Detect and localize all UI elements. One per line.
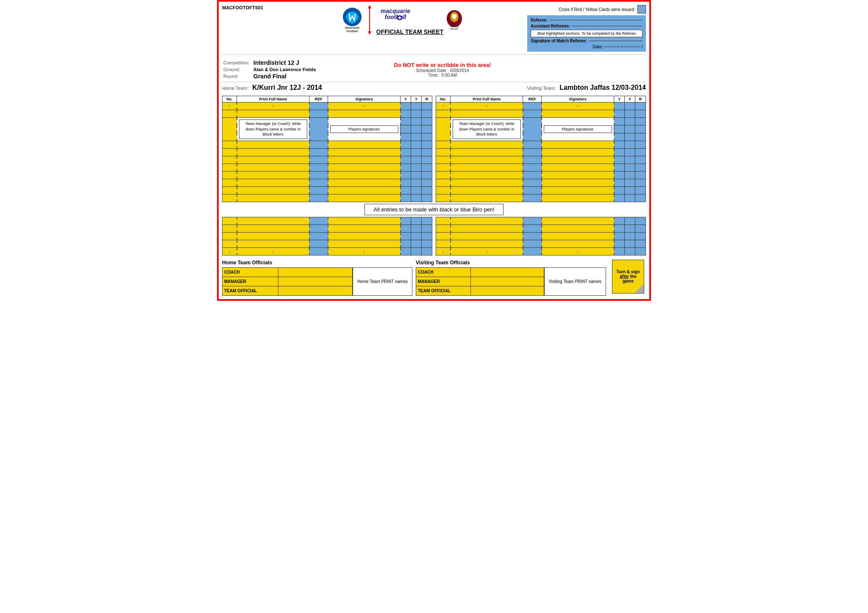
arrow-down-y1 bbox=[614, 247, 625, 255]
instruction-row: Team Manager (or Coach): Write down Play… bbox=[436, 118, 646, 125]
round-value: Grand Final bbox=[252, 72, 317, 80]
turn-sign-container: Turn & sign after the game bbox=[612, 260, 646, 296]
document-container: MACFOOTOFTS01 Newcastle Football bbox=[217, 0, 651, 301]
col-ref-visiting: REF bbox=[523, 96, 542, 103]
svg-text:VALLEY: VALLEY bbox=[451, 28, 459, 30]
player-row bbox=[223, 148, 432, 156]
arrow-up-sig: ↑ bbox=[328, 103, 401, 110]
col-y2-visiting: Y bbox=[625, 96, 635, 103]
home-team-table-lower: ↓ ↓ ↓ bbox=[222, 217, 432, 255]
home-manager-role: MANAGER bbox=[223, 277, 278, 286]
player-row bbox=[223, 171, 432, 179]
visiting-manager-row: MANAGER bbox=[416, 277, 544, 286]
signature-line: Signature of Match Referee: bbox=[531, 39, 643, 43]
home-team-name: K/Kurri Jnr 12J - 2014 bbox=[252, 84, 322, 91]
arrow-up-r bbox=[635, 103, 646, 110]
col-name-visiting: Print Full Name bbox=[451, 96, 523, 103]
player-row bbox=[436, 141, 646, 148]
home-manager-name[interactable] bbox=[278, 277, 352, 286]
scheduled-info: Scheduled Date: 6/09/2014 Time: 9:00 AM bbox=[416, 68, 469, 78]
arrow-down-name: ↓ bbox=[451, 247, 523, 255]
referee-section: Referee: Assistant Referees: Blue highli… bbox=[527, 15, 646, 52]
time-value: 9:00 AM bbox=[441, 73, 457, 78]
col-no-home: No. bbox=[223, 96, 237, 103]
signatures-note-cell: Players signatures bbox=[542, 118, 614, 141]
player-row bbox=[436, 179, 646, 186]
time-label: Time: bbox=[428, 73, 439, 78]
arrow-up-row: ↑ ↑ ↑ bbox=[436, 103, 646, 110]
col-r-home: R bbox=[422, 96, 432, 103]
arrow-down-r bbox=[422, 247, 432, 255]
referee-line: Referee: bbox=[531, 18, 643, 22]
visiting-player-table: No. Print Full Name REF Signature Y Y R … bbox=[436, 96, 646, 202]
arrow-up-row: ↑ ↑ ↑ bbox=[223, 103, 432, 110]
col-y1-home: Y bbox=[401, 96, 411, 103]
date-input-2[interactable] bbox=[623, 47, 640, 47]
arrow-up-name: ↑ bbox=[237, 103, 309, 110]
player-row bbox=[223, 186, 432, 194]
hunter-valley-logo: HUNTER VALLEY bbox=[446, 9, 463, 31]
arrow-down-no: ↓ bbox=[436, 247, 451, 255]
arrow-down-ref bbox=[523, 247, 542, 255]
home-coach-name[interactable] bbox=[278, 267, 352, 277]
visiting-table-header-row: No. Print Full Name REF Signature Y Y R bbox=[436, 96, 646, 103]
info-section: Competition: Interdistrict 12 J Ground: … bbox=[222, 57, 646, 82]
officials-section: Home Team Officials COACH MANAGER TEAM O… bbox=[222, 260, 646, 296]
home-table-header-row: No. Print Full Name REF Signature Y Y R bbox=[223, 96, 432, 103]
player-row bbox=[223, 225, 432, 232]
home-print-names-box: Home Team PRINT names bbox=[353, 267, 412, 296]
player-row bbox=[436, 164, 646, 171]
player-row bbox=[436, 148, 646, 156]
arrow-down-no: ↓ bbox=[223, 247, 237, 255]
home-officials-table: COACH MANAGER TEAM OFFICIAL bbox=[222, 267, 353, 296]
col-y1-visiting: Y bbox=[614, 96, 625, 103]
teams-row: Home Team: K/Kurri Jnr 12J - 2014 Visiti… bbox=[222, 82, 646, 94]
date-slash-1: / bbox=[621, 44, 623, 49]
header-right: Cross if Red / Yellow Cards were issued:… bbox=[527, 5, 646, 52]
col-sig-home: Signature bbox=[328, 96, 401, 103]
home-teamofficial-name[interactable] bbox=[278, 286, 352, 295]
visiting-team-label: Visiting Team: bbox=[527, 86, 556, 91]
round-row: Round: Grand Final bbox=[222, 72, 317, 80]
arrow-up-y2 bbox=[411, 103, 422, 110]
home-manager-row: MANAGER bbox=[223, 277, 353, 286]
scheduled-date-label: Scheduled Date: bbox=[416, 68, 447, 73]
visiting-teamofficial-name[interactable] bbox=[471, 286, 544, 295]
col-name-home: Print Full Name bbox=[237, 96, 309, 103]
card-cross-row: Cross if Red / Yellow Cards were issued: bbox=[527, 5, 646, 14]
visiting-officials-table: COACH MANAGER TEAM OFFICIAL bbox=[416, 267, 544, 296]
visiting-manager-name[interactable] bbox=[471, 277, 544, 286]
referee-input-line[interactable] bbox=[549, 20, 643, 20]
card-cross-box[interactable] bbox=[637, 5, 646, 14]
date-input-1[interactable] bbox=[604, 47, 620, 47]
header-section: MACFOOTOFTS01 Newcastle Football bbox=[222, 5, 646, 55]
signature-input[interactable] bbox=[589, 41, 643, 41]
assistant-referees-input[interactable] bbox=[572, 26, 643, 26]
player-row bbox=[436, 186, 646, 194]
player-row bbox=[223, 110, 432, 118]
visiting-table-body: ↑ ↑ ↑ Team Manager (or Coach): Write dow… bbox=[436, 103, 646, 202]
competition-info-table: Competition: Interdistrict 12 J Ground: … bbox=[222, 59, 317, 80]
cross-if-label: Cross if Red / Yellow Cards were issued: bbox=[559, 7, 635, 12]
player-tables-container: No. Print Full Name REF Signature Y Y R … bbox=[222, 96, 646, 202]
visiting-coach-name[interactable] bbox=[471, 267, 544, 277]
home-officials: Home Team Officials COACH MANAGER TEAM O… bbox=[222, 260, 412, 296]
player-row bbox=[436, 232, 646, 240]
manager-note-cell: Team Manager (or Coach): Write down Play… bbox=[451, 118, 523, 141]
col-y2-home: Y bbox=[411, 96, 422, 103]
vertical-divider-arrow bbox=[365, 5, 374, 36]
header-left: MACFOOTOFTS01 bbox=[222, 5, 277, 10]
signature-label: Signature of Match Referee: bbox=[531, 39, 587, 43]
col-ref-home: REF bbox=[309, 96, 328, 103]
arrow-up-ref bbox=[309, 103, 328, 110]
arrow-down-ref bbox=[309, 247, 328, 255]
arrow-down-sig: ↓ bbox=[542, 247, 614, 255]
arrow-down-name: ↓ bbox=[237, 247, 309, 255]
date-slash-2: / bbox=[641, 44, 643, 49]
svg-text:Newcastle: Newcastle bbox=[345, 26, 359, 29]
header-center: Newcastle Football macquarie bbox=[277, 5, 527, 36]
visiting-team-row: Visiting Team: Lambton Jaffas 12/03-2014 bbox=[527, 84, 646, 92]
player-row bbox=[436, 225, 646, 232]
page-curl-icon bbox=[634, 284, 644, 293]
arrow-up-sig: ↑ bbox=[542, 103, 614, 110]
